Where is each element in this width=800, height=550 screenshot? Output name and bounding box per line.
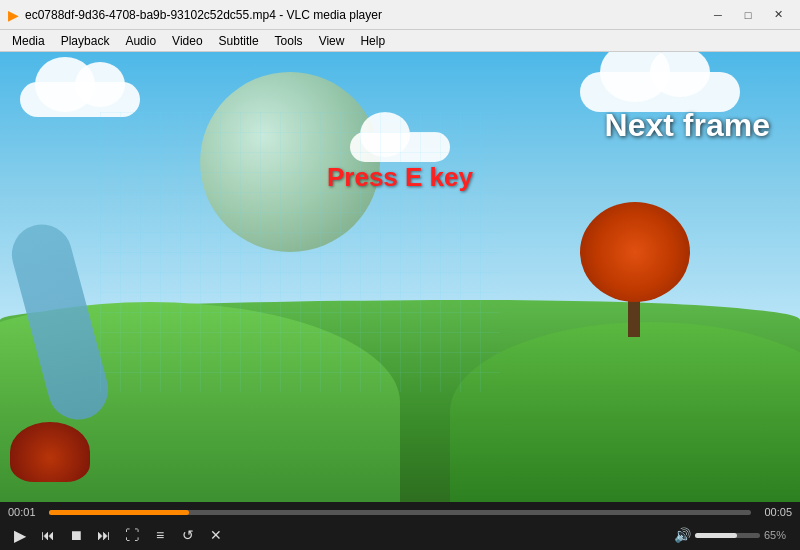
menu-help[interactable]: Help — [352, 30, 393, 51]
close-button[interactable]: ✕ — [764, 5, 792, 25]
window-title: ec0788df-9d36-4708-ba9b-93102c52dc55.mp4… — [25, 8, 382, 22]
video-area[interactable]: Next frame Press E key — [0, 52, 800, 502]
fullscreen-button[interactable]: ⛶ — [120, 523, 144, 547]
loop-button[interactable]: ↺ — [176, 523, 200, 547]
progress-row: 00:01 00:05 — [8, 504, 792, 520]
menu-playback[interactable]: Playback — [53, 30, 118, 51]
next-button[interactable]: ⏭ — [92, 523, 116, 547]
menu-media[interactable]: Media — [4, 30, 53, 51]
volume-icon: 🔊 — [674, 527, 691, 543]
menu-view[interactable]: View — [311, 30, 353, 51]
buttons-row: ▶ ⏮ ⏹ ⏭ ⛶ ≡ ↺ ✕ 🔊 65% — [8, 522, 792, 548]
title-bar: ▶ ec0788df-9d36-4708-ba9b-93102c52dc55.m… — [0, 0, 800, 30]
volume-fill — [695, 533, 737, 538]
title-bar-left: ▶ ec0788df-9d36-4708-ba9b-93102c52dc55.m… — [8, 7, 382, 23]
progress-bar[interactable] — [49, 510, 751, 515]
menu-tools[interactable]: Tools — [267, 30, 311, 51]
video-canvas: Next frame Press E key — [0, 52, 800, 502]
menu-audio[interactable]: Audio — [117, 30, 164, 51]
time-current: 00:01 — [8, 506, 43, 518]
app-icon: ▶ — [8, 7, 19, 23]
extended-settings-button[interactable]: ≡ — [148, 523, 172, 547]
play-button[interactable]: ▶ — [8, 523, 32, 547]
press-e-label: Press E key — [327, 162, 473, 193]
prev-button[interactable]: ⏮ — [36, 523, 60, 547]
time-total: 00:05 — [757, 506, 792, 518]
random-button[interactable]: ✕ — [204, 523, 228, 547]
next-frame-label: Next frame — [605, 107, 770, 144]
flowers — [10, 422, 90, 482]
grid-overlay — [100, 112, 500, 392]
menu-subtitle[interactable]: Subtitle — [211, 30, 267, 51]
tree-top — [580, 202, 690, 302]
volume-bar[interactable] — [695, 533, 760, 538]
volume-container: 🔊 65% — [674, 527, 792, 543]
menu-bar: Media Playback Audio Video Subtitle Tool… — [0, 30, 800, 52]
progress-fill — [49, 510, 189, 515]
title-bar-controls: ─ □ ✕ — [704, 5, 792, 25]
volume-label: 65% — [764, 529, 792, 541]
maximize-button[interactable]: □ — [734, 5, 762, 25]
menu-video[interactable]: Video — [164, 30, 210, 51]
cloud-2 — [580, 72, 740, 112]
controls-bar: 00:01 00:05 ▶ ⏮ ⏹ ⏭ ⛶ ≡ ↺ ✕ 🔊 65% — [0, 502, 800, 550]
minimize-button[interactable]: ─ — [704, 5, 732, 25]
stop-button[interactable]: ⏹ — [64, 523, 88, 547]
